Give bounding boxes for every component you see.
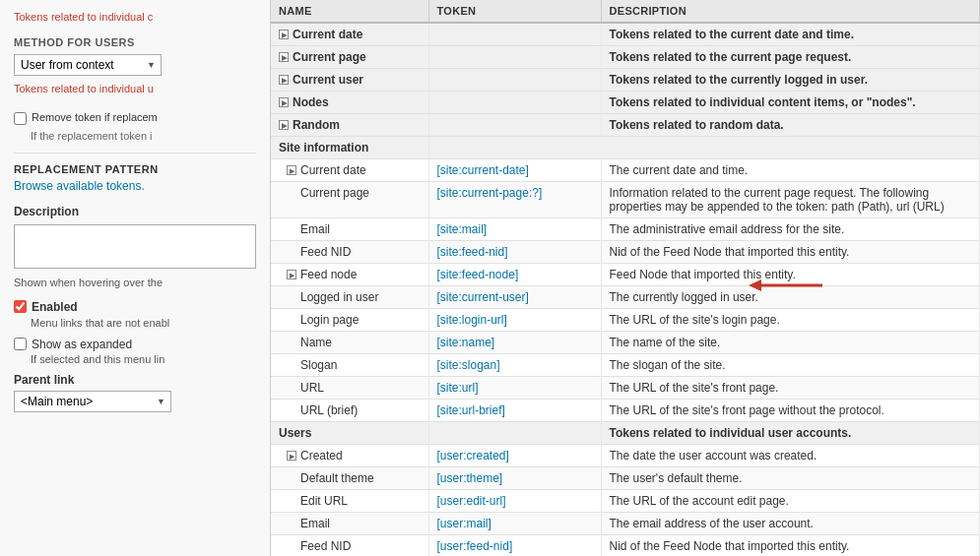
token-link[interactable]: [site:current-user] — [437, 290, 529, 304]
token-value-cell: [site:feed-nid] — [428, 241, 601, 264]
token-link[interactable]: [site:feed-nid] — [437, 245, 508, 259]
parent-select-wrapper[interactable]: <Main menu>-- Home-- About — [14, 391, 171, 412]
token-name: Default theme — [300, 471, 374, 485]
token-name-cell: Users — [271, 422, 428, 445]
expand-icon[interactable]: ▶ — [279, 52, 289, 62]
parent-select[interactable]: <Main menu>-- Home-- About — [14, 391, 171, 412]
token-description-cell: The slogan of the site. — [601, 354, 980, 377]
replacement-title: REPLACEMENT PATTERN — [14, 163, 256, 175]
remove-token-row: Remove token if replacem — [14, 110, 256, 125]
token-link[interactable]: [user:feed-nid] — [437, 539, 513, 553]
col-header-name: NAME — [271, 0, 428, 23]
token-description-cell: The URL of the site's front page without… — [601, 400, 980, 422]
token-name-cell: Login page — [271, 309, 428, 332]
token-description-cell: The current date and time. — [601, 159, 980, 182]
token-link[interactable]: [site:url] — [437, 381, 479, 395]
col-header-token: TOKEN — [428, 0, 601, 23]
table-row: ▶NodesTokens related to individual conte… — [271, 92, 980, 114]
table-row: Feed NID[site:feed-nid]Nid of the Feed N… — [271, 241, 980, 264]
expand-icon[interactable]: ▶ — [279, 120, 289, 130]
token-link[interactable]: [site:login-url] — [437, 313, 507, 327]
table-row: UsersTokens related to individual user a… — [271, 422, 980, 445]
expand-icon[interactable]: ▶ — [279, 30, 289, 39]
token-link[interactable]: [site:url-brief] — [437, 403, 505, 417]
token-name: Login page — [300, 313, 359, 327]
token-link[interactable]: [site:current-date] — [437, 163, 529, 177]
token-name: URL (brief) — [300, 403, 358, 417]
expand-icon[interactable]: ▶ — [287, 165, 296, 175]
remove-token-label: Remove token if replacem — [32, 110, 158, 125]
token-name: Name — [300, 336, 332, 349]
token-link[interactable]: [site:feed-node] — [437, 268, 519, 281]
method-select-wrapper[interactable]: User from contextCurrent userSpecific us… — [14, 54, 162, 76]
token-value-cell — [428, 422, 601, 445]
expand-icon[interactable]: ▶ — [279, 75, 289, 85]
table-row: Site information — [271, 137, 980, 159]
token-name: Current user — [293, 73, 363, 87]
token-value-cell: [site:current-user] — [428, 286, 601, 309]
token-value-cell: [site:login-url] — [428, 309, 601, 332]
token-description-cell: Information related to the current page … — [601, 182, 980, 218]
right-panel: NAME TOKEN DESCRIPTION ▶Current dateToke… — [271, 0, 980, 556]
description-input[interactable] — [14, 224, 256, 269]
token-name-cell: ▶Current date — [271, 159, 428, 182]
token-name: Feed node — [300, 268, 357, 281]
method-select[interactable]: User from contextCurrent userSpecific us… — [14, 54, 162, 76]
token-name: Created — [300, 449, 343, 463]
token-link[interactable]: [user:created] — [437, 449, 509, 463]
table-row: Current page[site:current-page:?]Informa… — [271, 182, 980, 218]
token-name: Current page — [300, 186, 369, 200]
token-name: Feed NID — [300, 539, 351, 553]
token-description-cell: The URL of the site's front page. — [601, 377, 980, 400]
token-name: Site information — [279, 141, 368, 154]
token-link[interactable]: [user:theme] — [437, 471, 503, 485]
token-value-cell — [428, 137, 980, 159]
token-name: Current date — [293, 28, 362, 41]
expand-icon[interactable]: ▶ — [287, 270, 296, 279]
token-name-cell: Email — [271, 218, 428, 241]
expand-icon[interactable]: ▶ — [279, 97, 289, 107]
main-layout: Tokens related to individual c Method fo… — [0, 0, 980, 556]
token-description-cell: The name of the site. — [601, 332, 980, 354]
token-name-cell: ▶Nodes — [271, 92, 428, 114]
token-name-cell: ▶Current date — [271, 23, 428, 46]
enabled-hint: Menu links that are not enabl — [31, 316, 256, 330]
table-row: URL (brief)[site:url-brief]The URL of th… — [271, 400, 980, 422]
token-description-cell: Tokens related to the currently logged i… — [601, 69, 980, 92]
enabled-row: Enabled — [14, 300, 256, 314]
token-name: Random — [293, 118, 340, 132]
token-value-cell: [site:current-date] — [428, 159, 601, 182]
token-name: Nodes — [293, 95, 329, 109]
token-value-cell: [user:theme] — [428, 467, 601, 490]
token-value-cell — [428, 69, 601, 92]
show-expanded-checkbox[interactable] — [14, 338, 27, 350]
token-name: Feed NID — [300, 245, 351, 259]
token-description-cell: Nid of the Feed Node that imported this … — [601, 535, 980, 557]
remove-token-checkbox[interactable] — [14, 112, 27, 125]
token-link[interactable]: [user:edit-url] — [437, 494, 506, 508]
token-value-cell — [428, 23, 601, 46]
table-row: Default theme[user:theme]The user's defa… — [271, 467, 980, 490]
token-value-cell: [user:created] — [428, 445, 601, 467]
table-header: NAME TOKEN DESCRIPTION — [271, 0, 980, 23]
token-link[interactable]: [user:mail] — [437, 517, 491, 530]
enabled-checkbox[interactable] — [14, 300, 27, 313]
method-label: Method for Users — [14, 36, 256, 48]
token-name-cell: Name — [271, 332, 428, 354]
table-row: ▶Current dateTokens related to the curre… — [271, 23, 980, 46]
expand-icon[interactable]: ▶ — [287, 451, 296, 461]
token-link[interactable]: [site:name] — [437, 336, 495, 349]
token-value-cell: [site:mail] — [428, 218, 601, 241]
token-name-cell: ▶Created — [271, 445, 428, 467]
table-row: ▶RandomTokens related to random data. — [271, 114, 980, 137]
token-link[interactable]: [site:slogan] — [437, 358, 500, 372]
show-expanded-row: Show as expanded — [14, 338, 256, 351]
browse-tokens-link[interactable]: Browse available tokens. — [14, 179, 145, 193]
token-link[interactable]: [site:mail] — [437, 222, 488, 236]
replacement-section: REPLACEMENT PATTERN Browse available tok… — [14, 153, 256, 193]
token-description-cell: Nid of the Feed Node that imported this … — [601, 241, 980, 264]
token-name-cell: URL — [271, 377, 428, 400]
token-description-cell: The URL of the account edit page. — [601, 490, 980, 513]
method-section: Method for Users User from contextCurren… — [14, 36, 256, 95]
token-link[interactable]: [site:current-page:?] — [437, 186, 543, 200]
